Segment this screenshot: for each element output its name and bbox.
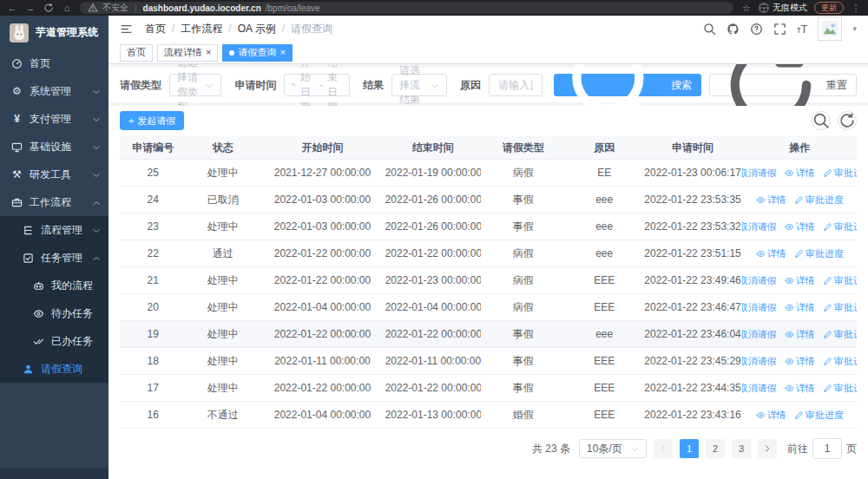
table-row[interactable]: 18处理中2022-01-11 00:00:002022-01-11 00:00… bbox=[120, 348, 857, 375]
sidebar-item-label: 研发工具 bbox=[30, 167, 71, 182]
apply-time-range-picker[interactable]: 开始日期 - 结束日期 bbox=[284, 74, 350, 96]
sidebar-item-done-task[interactable]: 已办任务 bbox=[0, 327, 108, 355]
sidebar-item-my-process[interactable]: 我的流程 bbox=[0, 272, 108, 299]
table-row[interactable]: 23处理中2022-01-03 00:00:002022-01-26 00:00… bbox=[120, 213, 857, 240]
cancel-action-link[interactable]: 取消请假 bbox=[742, 328, 776, 341]
sidebar-item-devtool[interactable]: ⚒研发工具 bbox=[0, 161, 108, 188]
cell: 2022-01-22 23:49:46 bbox=[643, 274, 743, 286]
sidebar-item-pay[interactable]: ¥支付管理 bbox=[0, 105, 108, 133]
cell: 2022-01-03 00:00:00 bbox=[260, 220, 385, 233]
page-button-3[interactable]: 3 bbox=[732, 439, 751, 458]
detail-action-link[interactable]: 详情 bbox=[785, 328, 815, 341]
font-size-icon[interactable]: тT bbox=[797, 23, 808, 36]
cancel-action-link[interactable]: 取消请假 bbox=[742, 220, 776, 233]
back-icon[interactable]: ← bbox=[7, 3, 17, 13]
cancel-action-link[interactable]: 取消请假 bbox=[742, 355, 776, 368]
table-row[interactable]: 20处理中2022-01-04 00:00:002022-01-04 00:00… bbox=[120, 294, 857, 321]
progress-action-link[interactable]: 审批进度 bbox=[823, 274, 857, 287]
toggle-search-button[interactable] bbox=[812, 111, 831, 130]
goto-page-input[interactable] bbox=[812, 438, 842, 459]
breadcrumb-item[interactable]: OA 示例 bbox=[238, 22, 276, 36]
search-button[interactable]: 搜索 bbox=[554, 74, 701, 96]
leave-type-select[interactable]: 请选择请假类型 bbox=[169, 74, 221, 96]
close-icon[interactable]: × bbox=[206, 48, 211, 57]
cancel-action-link[interactable]: 取消请假 bbox=[742, 382, 776, 395]
reset-button[interactable]: 重置 bbox=[709, 74, 857, 96]
sidebar-item-workflow[interactable]: 工作流程 bbox=[0, 188, 108, 216]
reload-icon[interactable] bbox=[43, 3, 54, 13]
hamburger-icon[interactable] bbox=[120, 23, 133, 36]
search-icon[interactable] bbox=[703, 23, 716, 36]
table-row[interactable]: 16不通过2022-01-04 00:00:002022-01-13 00:00… bbox=[120, 402, 857, 429]
github-icon[interactable] bbox=[727, 23, 740, 36]
progress-action-link[interactable]: 审批进度 bbox=[823, 301, 857, 314]
table-row[interactable]: 24已取消2022-01-03 00:00:002022-01-26 00:00… bbox=[120, 187, 857, 213]
progress-action-link[interactable]: 审批进度 bbox=[823, 382, 857, 395]
cell-actions: 详情审批进度 bbox=[742, 409, 857, 422]
browser-menu-icon[interactable]: ⋮ bbox=[851, 3, 861, 13]
cell: 17 bbox=[120, 382, 186, 394]
sidebar-item-leave-query[interactable]: 请假查询 bbox=[0, 355, 108, 383]
tab-流程详情[interactable]: 流程详情× bbox=[157, 44, 218, 62]
table-row[interactable]: 25处理中2021-12-27 00:00:002022-01-19 00:00… bbox=[120, 160, 857, 187]
page-size-select[interactable]: 10条/页 bbox=[579, 439, 647, 458]
bookmark-star-icon[interactable]: ☆ bbox=[741, 3, 752, 13]
help-icon[interactable] bbox=[750, 23, 763, 36]
sidebar-item-home[interactable]: 首页 bbox=[0, 49, 108, 77]
action-label: 审批进度 bbox=[834, 274, 857, 287]
cancel-action-link[interactable]: 取消请假 bbox=[742, 274, 776, 287]
sidebar-item-task-mgmt[interactable]: 任务管理 bbox=[0, 244, 108, 272]
progress-action-link[interactable]: 审批进度 bbox=[794, 247, 844, 260]
detail-action-link[interactable]: 详情 bbox=[756, 194, 786, 207]
detail-action-link[interactable]: 详情 bbox=[785, 355, 815, 368]
create-leave-button[interactable]: + 发起请假 bbox=[120, 111, 184, 130]
progress-action-link[interactable]: 审批进度 bbox=[823, 167, 857, 180]
sidebar-item-label: 系统管理 bbox=[30, 84, 71, 99]
sidebar-item-process-mgmt[interactable]: 流程管理 bbox=[0, 216, 108, 244]
forward-icon[interactable]: → bbox=[25, 3, 36, 13]
tab-请假查询[interactable]: 请假查询× bbox=[222, 44, 292, 62]
home-icon[interactable]: ⌂ bbox=[62, 3, 72, 13]
tab-首页[interactable]: 首页 bbox=[120, 44, 153, 62]
detail-action-link[interactable]: 详情 bbox=[756, 409, 786, 422]
browser-update-button[interactable]: 更新 bbox=[814, 2, 844, 14]
progress-action-link[interactable]: 审批进度 bbox=[823, 355, 857, 368]
table-row[interactable]: 19处理中2022-01-22 00:00:002022-01-22 00:00… bbox=[120, 321, 857, 348]
sidebar-item-system[interactable]: ⚙系统管理 bbox=[0, 77, 108, 105]
reason-input[interactable] bbox=[496, 78, 535, 92]
progress-action-link[interactable]: 审批进度 bbox=[823, 328, 857, 341]
page-button-2[interactable]: 2 bbox=[706, 439, 725, 458]
address-bar[interactable]: 不安全 | dashboard.yudao.iocoder.cn/bpm/oa/… bbox=[80, 2, 733, 14]
detail-action-link[interactable]: 详情 bbox=[785, 220, 815, 233]
dashboard-icon bbox=[11, 58, 23, 69]
cell: 处理中 bbox=[186, 166, 260, 180]
table-row[interactable]: 21处理中2022-01-22 00:00:002022-01-23 00:00… bbox=[120, 267, 857, 294]
progress-action-link[interactable]: 审批进度 bbox=[794, 409, 844, 422]
prev-page-button[interactable] bbox=[654, 439, 673, 458]
next-page-button[interactable] bbox=[758, 439, 777, 458]
sidebar-item-infra[interactable]: 基础设施 bbox=[0, 133, 108, 161]
cell: 2022-01-22 00:00:00 bbox=[260, 247, 385, 259]
refresh-table-button[interactable] bbox=[838, 111, 857, 130]
detail-action-link[interactable]: 详情 bbox=[785, 167, 815, 180]
progress-action-link[interactable]: 审批进度 bbox=[794, 194, 844, 207]
sidebar-item-todo-task[interactable]: 待办任务 bbox=[0, 299, 108, 327]
detail-action-link[interactable]: 详情 bbox=[785, 382, 815, 395]
detail-action-link[interactable]: 详情 bbox=[785, 301, 815, 314]
result-select[interactable]: 请选择流结果 bbox=[391, 74, 447, 96]
detail-action-link[interactable]: 详情 bbox=[785, 274, 815, 287]
page-button-1[interactable]: 1 bbox=[680, 439, 699, 458]
sidebar-header[interactable]: 芋道管理系统 bbox=[0, 16, 108, 49]
detail-action-link[interactable]: 详情 bbox=[756, 247, 786, 260]
fullscreen-icon[interactable] bbox=[773, 23, 786, 36]
table-row[interactable]: 17处理中2022-01-22 00:00:002022-01-22 00:00… bbox=[120, 375, 857, 402]
breadcrumb-item[interactable]: 工作流程 bbox=[181, 22, 222, 36]
avatar-caret-icon[interactable]: ▾ bbox=[852, 25, 857, 33]
cancel-action-link[interactable]: 取消请假 bbox=[742, 301, 776, 314]
user-avatar[interactable] bbox=[818, 16, 842, 41]
close-icon[interactable]: × bbox=[279, 48, 285, 57]
cancel-action-link[interactable]: 取消请假 bbox=[742, 167, 776, 180]
breadcrumb-item[interactable]: 首页 bbox=[145, 22, 166, 36]
table-row[interactable]: 22通过2022-01-22 00:00:002022-01-22 00:00:… bbox=[120, 240, 857, 267]
progress-action-link[interactable]: 审批进度 bbox=[823, 220, 857, 233]
